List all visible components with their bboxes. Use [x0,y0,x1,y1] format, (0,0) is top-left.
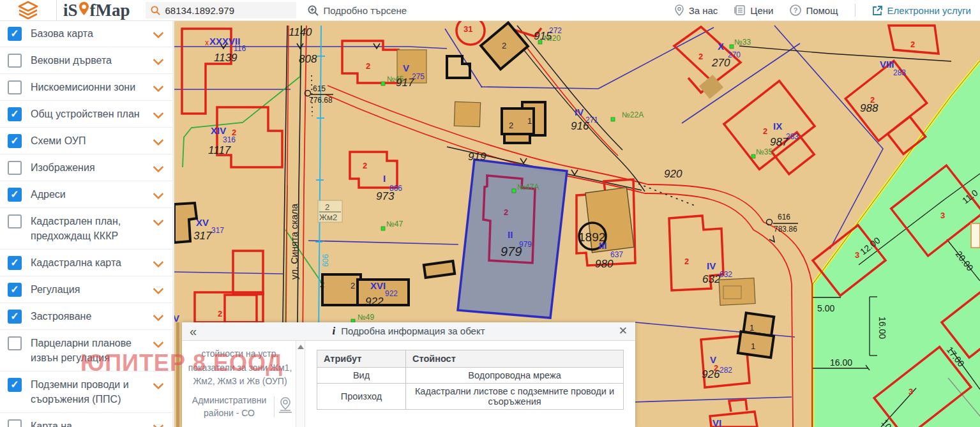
map-label: 317 [211,226,224,235]
map-label: Жм2 [319,213,337,222]
map-label: 282 [720,366,732,375]
layer-row-4[interactable]: ✓Схеми ОУП [0,128,172,154]
detailed-search-button[interactable]: Подробно търсене [308,5,407,16]
map-label: 3 [855,250,859,260]
address-point-marker [611,117,615,121]
header-menu: За насЦени?ПомощЕлектронни услуги [674,0,971,20]
checkbox-checked[interactable]: ✓ [8,283,22,297]
checkbox-checked[interactable]: ✓ [8,256,22,270]
top-header: iS fMap 68134.1892.979 Подробно търсене … [0,0,980,21]
map-label: I [383,173,386,184]
attribute-value-cell: Водопроводна мрежа [406,368,624,384]
map-label: 2 [218,309,222,318]
map-label: 1139 [214,52,237,64]
menu-item-1[interactable]: Цени [734,5,773,16]
address-point-marker [512,189,516,193]
scroll-up-arrow[interactable] [298,345,304,349]
table-row: ВидВодопроводна мрежа [317,368,624,384]
layer-label: Схеми ОУП [31,133,166,148]
map-label: 316 [223,135,236,144]
layer-row-9[interactable]: ✓Регулация [0,276,172,303]
map-label: IV [575,107,584,117]
map-label: №20 [544,34,561,43]
map-label: 2 [363,161,367,170]
map-label: 2 [684,257,689,266]
map-label: 2 [320,280,324,289]
map-label: 776.68 [309,96,333,105]
map-label: 31 [464,24,472,34]
menu-item-3[interactable]: Електронни услуги [872,5,971,16]
map-label: 1117 [208,144,231,156]
checkbox-unchecked[interactable] [8,161,22,175]
layer-label: Вековни дървета [31,53,166,68]
layer-row-7[interactable]: Кадастрален план, предхождащ КККР [0,208,172,250]
map-label: 2 [698,52,703,61]
checkbox-unchecked[interactable] [8,54,22,68]
layer-row-11[interactable]: Парцеларни планове извън регулация [0,330,172,371]
map-label: №22A [622,110,644,119]
search-input[interactable]: 68134.1892.979 [146,2,296,19]
checkbox-unchecked[interactable] [8,336,22,350]
question-circle-icon: ? [790,4,801,16]
map-label: XV [196,217,209,228]
attribute-name-cell: Вид [317,368,406,384]
map-label: V [403,63,409,73]
map-label: III [599,240,607,251]
layer-row-12[interactable]: ✓Подземни проводи и съоръжения (ППС) [0,371,172,413]
checkbox-checked[interactable]: ✓ [8,188,22,202]
map-label: 270 [711,57,730,69]
app-logo[interactable]: iS fMap [63,0,130,21]
address-point-marker [730,45,734,49]
checkbox-checked[interactable]: ✓ [8,310,22,324]
popup-title: iПодробна информация за обект [182,325,635,338]
map-label: 3 [940,211,945,220]
left-panel-item[interactable]: стойности на устр. показатели за зони Жм… [187,347,293,389]
checkbox-unchecked[interactable] [8,80,22,94]
map-label: 317 [193,230,212,242]
map-label: II [508,229,513,240]
attribute-table: АтрибутСтойност ВидВодопроводна мрежаПро… [317,350,624,410]
layer-row-10[interactable]: ✓Застрояване [0,303,172,330]
layer-label: Регулация [31,282,166,297]
map-label: 783.86 [774,225,797,234]
popup-left-panel: стойности на устр. показатели за зони Жм… [182,341,296,427]
close-icon[interactable]: ✕ [619,324,628,338]
checkbox-checked[interactable]: ✓ [8,107,22,121]
logo-text-2: fMap [90,0,130,20]
layer-row-1[interactable]: Вековни дървета [0,47,172,74]
menu-item-label: Цени [750,5,773,16]
layer-row-0[interactable]: ✓Базова карта [0,20,172,47]
map-label: 909 [320,254,329,267]
map-label: 616 [778,213,790,221]
layers-menu-button[interactable] [0,0,57,20]
layer-row-6[interactable]: ✓Адреси [0,181,172,208]
checkbox-unchecked[interactable] [8,419,22,427]
layer-row-3[interactable]: ✓Общ устройствен план [0,101,172,128]
menu-item-2[interactable]: ?Помощ [790,4,838,16]
left-panel-scrollbar[interactable] [296,341,305,427]
map-label: 916 [571,120,589,132]
checkbox-checked[interactable]: ✓ [8,378,22,392]
table-header-cell: Стойност [406,350,624,368]
left-panel-item[interactable]: Административни райони - СО [187,394,293,419]
layer-label: Карта на възстановената собственост [31,419,166,427]
checkbox-checked[interactable]: ✓ [8,27,22,41]
search-value: 68134.1892.979 [165,5,234,16]
layer-row-8[interactable]: ✓Кадастрална карта [0,250,172,276]
table-header-cell: Атрибут [317,350,406,368]
map-label: 5.00 [817,303,834,313]
layer-row-13[interactable]: Карта на възстановената собственост [0,413,172,427]
map-label: 922 [385,289,398,298]
menu-item-label: Електронни услуги [887,5,971,16]
checkbox-unchecked[interactable] [8,214,22,228]
layer-row-2[interactable]: Нискоемисионни зони [0,74,172,101]
map-label: 1 [751,341,755,351]
checkbox-checked[interactable]: ✓ [8,134,22,148]
attribute-name-cell: Произход [317,384,406,410]
map-label: VI [712,417,721,427]
layer-row-5[interactable]: Изображения [0,154,172,181]
map-label: 16.00 [830,357,852,368]
price-list-icon [734,5,746,15]
menu-item-0[interactable]: За нас [674,4,718,16]
map-label: 926 [702,368,720,380]
